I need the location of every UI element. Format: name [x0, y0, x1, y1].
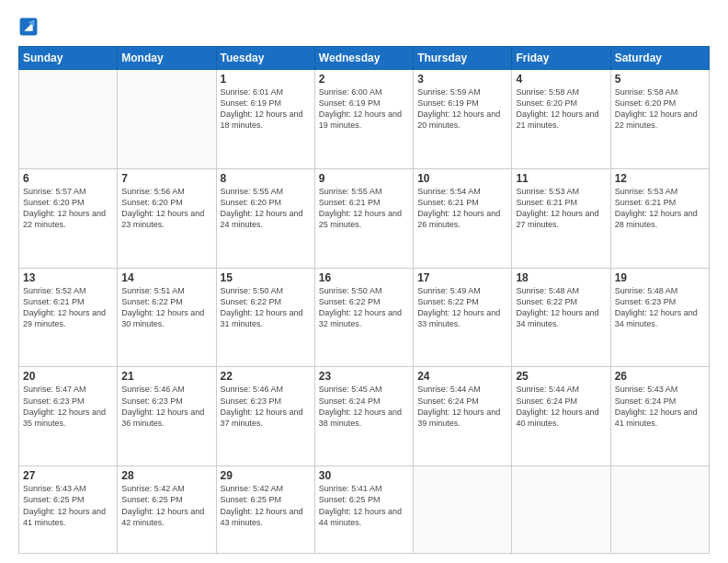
- day-info: Sunrise: 5:45 AM Sunset: 6:24 PM Dayligh…: [319, 384, 409, 429]
- day-info: Sunrise: 5:47 AM Sunset: 6:23 PM Dayligh…: [23, 384, 113, 429]
- day-info: Sunrise: 5:51 AM Sunset: 6:22 PM Dayligh…: [121, 285, 211, 330]
- day-info: Sunrise: 6:01 AM Sunset: 6:19 PM Dayligh…: [221, 86, 311, 132]
- day-info: Sunrise: 5:59 AM Sunset: 6:19 PM Dayligh…: [417, 86, 507, 132]
- calendar-cell: [512, 466, 610, 554]
- calendar-cell: 12Sunrise: 5:53 AM Sunset: 6:21 PM Dayli…: [610, 168, 709, 268]
- day-info: Sunrise: 5:57 AM Sunset: 6:20 PM Dayligh…: [23, 186, 113, 231]
- calendar-cell: 7Sunrise: 5:56 AM Sunset: 6:20 PM Daylig…: [118, 168, 216, 268]
- day-number: 16: [319, 271, 409, 284]
- day-number: 25: [516, 370, 606, 383]
- day-info: Sunrise: 5:48 AM Sunset: 6:22 PM Dayligh…: [516, 285, 606, 330]
- calendar-cell: 3Sunrise: 5:59 AM Sunset: 6:19 PM Daylig…: [414, 70, 512, 169]
- day-info: Sunrise: 5:52 AM Sunset: 6:21 PM Dayligh…: [23, 285, 113, 330]
- week-row-2: 6Sunrise: 5:57 AM Sunset: 6:20 PM Daylig…: [19, 168, 710, 268]
- calendar-cell: 30Sunrise: 5:41 AM Sunset: 6:25 PM Dayli…: [314, 466, 413, 554]
- calendar-cell: 11Sunrise: 5:53 AM Sunset: 6:21 PM Dayli…: [512, 168, 610, 268]
- calendar-cell: [414, 466, 512, 554]
- day-number: 29: [221, 469, 311, 482]
- day-info: Sunrise: 5:56 AM Sunset: 6:20 PM Dayligh…: [121, 186, 211, 231]
- weekday-header-saturday: Saturday: [610, 47, 709, 70]
- day-info: Sunrise: 5:49 AM Sunset: 6:22 PM Dayligh…: [417, 285, 507, 330]
- day-number: 4: [516, 73, 606, 86]
- calendar-cell: 25Sunrise: 5:44 AM Sunset: 6:24 PM Dayli…: [512, 367, 610, 466]
- day-info: Sunrise: 5:46 AM Sunset: 6:23 PM Dayligh…: [221, 384, 311, 429]
- day-number: 12: [615, 172, 705, 185]
- day-info: Sunrise: 5:50 AM Sunset: 6:22 PM Dayligh…: [319, 285, 409, 330]
- calendar-cell: 2Sunrise: 6:00 AM Sunset: 6:19 PM Daylig…: [314, 70, 413, 169]
- day-info: Sunrise: 5:58 AM Sunset: 6:20 PM Dayligh…: [615, 86, 705, 132]
- calendar-cell: 20Sunrise: 5:47 AM Sunset: 6:23 PM Dayli…: [19, 367, 118, 466]
- calendar-cell: 1Sunrise: 6:01 AM Sunset: 6:19 PM Daylig…: [216, 70, 314, 169]
- day-number: 9: [319, 172, 409, 185]
- day-info: Sunrise: 6:00 AM Sunset: 6:19 PM Dayligh…: [319, 86, 409, 132]
- day-number: 17: [417, 271, 507, 284]
- day-number: 6: [23, 172, 113, 185]
- weekday-header-tuesday: Tuesday: [216, 47, 314, 70]
- logo: [18, 17, 42, 37]
- day-number: 5: [615, 73, 705, 86]
- weekday-header-friday: Friday: [512, 47, 610, 70]
- calendar-cell: 29Sunrise: 5:42 AM Sunset: 6:25 PM Dayli…: [216, 466, 314, 554]
- day-info: Sunrise: 5:50 AM Sunset: 6:22 PM Dayligh…: [221, 285, 311, 330]
- week-row-5: 27Sunrise: 5:43 AM Sunset: 6:25 PM Dayli…: [19, 466, 710, 554]
- calendar-cell: 27Sunrise: 5:43 AM Sunset: 6:25 PM Dayli…: [19, 466, 118, 554]
- day-info: Sunrise: 5:42 AM Sunset: 6:25 PM Dayligh…: [121, 483, 211, 528]
- calendar-cell: 10Sunrise: 5:54 AM Sunset: 6:21 PM Dayli…: [414, 168, 512, 268]
- calendar-cell: 14Sunrise: 5:51 AM Sunset: 6:22 PM Dayli…: [118, 268, 216, 367]
- day-number: 14: [121, 271, 211, 284]
- calendar-cell: 17Sunrise: 5:49 AM Sunset: 6:22 PM Dayli…: [414, 268, 512, 367]
- day-number: 15: [221, 271, 311, 284]
- day-info: Sunrise: 5:53 AM Sunset: 6:21 PM Dayligh…: [615, 186, 705, 231]
- calendar-cell: 15Sunrise: 5:50 AM Sunset: 6:22 PM Dayli…: [216, 268, 314, 367]
- calendar-cell: 13Sunrise: 5:52 AM Sunset: 6:21 PM Dayli…: [19, 268, 118, 367]
- calendar-cell: 19Sunrise: 5:48 AM Sunset: 6:23 PM Dayli…: [610, 268, 709, 367]
- day-info: Sunrise: 5:55 AM Sunset: 6:21 PM Dayligh…: [319, 186, 409, 231]
- day-number: 23: [319, 370, 409, 383]
- calendar-cell: 18Sunrise: 5:48 AM Sunset: 6:22 PM Dayli…: [512, 268, 610, 367]
- calendar-cell: 24Sunrise: 5:44 AM Sunset: 6:24 PM Dayli…: [414, 367, 512, 466]
- week-row-4: 20Sunrise: 5:47 AM Sunset: 6:23 PM Dayli…: [19, 367, 710, 466]
- weekday-header-sunday: Sunday: [19, 47, 118, 70]
- day-info: Sunrise: 5:53 AM Sunset: 6:21 PM Dayligh…: [516, 186, 606, 231]
- day-number: 22: [221, 370, 311, 383]
- day-info: Sunrise: 5:46 AM Sunset: 6:23 PM Dayligh…: [121, 384, 211, 429]
- weekday-header-monday: Monday: [118, 47, 216, 70]
- day-number: 8: [221, 172, 311, 185]
- day-number: 2: [319, 73, 409, 86]
- day-number: 3: [417, 73, 507, 86]
- day-info: Sunrise: 5:55 AM Sunset: 6:20 PM Dayligh…: [221, 186, 311, 231]
- calendar-cell: [610, 466, 709, 554]
- day-info: Sunrise: 5:42 AM Sunset: 6:25 PM Dayligh…: [221, 483, 311, 528]
- weekday-header-wednesday: Wednesday: [314, 47, 413, 70]
- day-info: Sunrise: 5:43 AM Sunset: 6:25 PM Dayligh…: [23, 483, 113, 528]
- day-info: Sunrise: 5:48 AM Sunset: 6:23 PM Dayligh…: [615, 285, 705, 330]
- calendar-cell: 28Sunrise: 5:42 AM Sunset: 6:25 PM Dayli…: [118, 466, 216, 554]
- day-info: Sunrise: 5:43 AM Sunset: 6:24 PM Dayligh…: [615, 384, 705, 429]
- week-row-1: 1Sunrise: 6:01 AM Sunset: 6:19 PM Daylig…: [19, 70, 710, 169]
- day-number: 19: [615, 271, 705, 284]
- day-number: 21: [121, 370, 211, 383]
- calendar-cell: 5Sunrise: 5:58 AM Sunset: 6:20 PM Daylig…: [610, 70, 709, 169]
- day-number: 13: [23, 271, 113, 284]
- calendar-table: SundayMondayTuesdayWednesdayThursdayFrid…: [18, 46, 710, 554]
- calendar-cell: 22Sunrise: 5:46 AM Sunset: 6:23 PM Dayli…: [216, 367, 314, 466]
- day-number: 7: [121, 172, 211, 185]
- day-number: 11: [516, 172, 606, 185]
- calendar-cell: 23Sunrise: 5:45 AM Sunset: 6:24 PM Dayli…: [314, 367, 413, 466]
- day-number: 26: [615, 370, 705, 383]
- calendar-cell: [19, 70, 118, 169]
- day-info: Sunrise: 5:54 AM Sunset: 6:21 PM Dayligh…: [417, 186, 507, 231]
- day-number: 20: [23, 370, 113, 383]
- week-row-3: 13Sunrise: 5:52 AM Sunset: 6:21 PM Dayli…: [19, 268, 710, 367]
- day-info: Sunrise: 5:44 AM Sunset: 6:24 PM Dayligh…: [516, 384, 606, 429]
- logo-icon: [18, 17, 39, 37]
- calendar-cell: 8Sunrise: 5:55 AM Sunset: 6:20 PM Daylig…: [216, 168, 314, 268]
- calendar-cell: 6Sunrise: 5:57 AM Sunset: 6:20 PM Daylig…: [19, 168, 118, 268]
- calendar-cell: [118, 70, 216, 169]
- calendar-cell: 4Sunrise: 5:58 AM Sunset: 6:20 PM Daylig…: [512, 70, 610, 169]
- day-number: 27: [23, 469, 113, 482]
- weekday-header-thursday: Thursday: [414, 47, 512, 70]
- day-number: 10: [417, 172, 507, 185]
- calendar-cell: 21Sunrise: 5:46 AM Sunset: 6:23 PM Dayli…: [118, 367, 216, 466]
- day-number: 18: [516, 271, 606, 284]
